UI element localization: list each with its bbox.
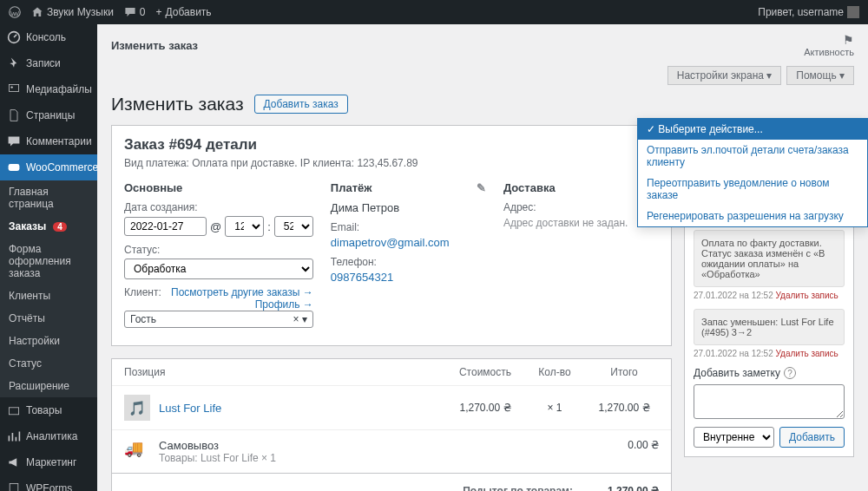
chart-icon (7, 429, 21, 443)
woo-icon (7, 160, 21, 174)
subtotal-label: Подытог по товарам: (463, 485, 573, 491)
add-new[interactable]: + Добавить (156, 6, 212, 18)
profile-link[interactable]: Профиль → (255, 298, 313, 311)
email-link[interactable]: dimapetrov@gmail.com (331, 236, 450, 249)
sidebar-sub-orders[interactable]: Заказы4 (0, 215, 97, 238)
actions-dropdown: Выберите действие... Отправить эл.почтой… (637, 118, 868, 227)
media-icon (7, 82, 21, 96)
sidebar-item-pages[interactable]: Страницы (0, 102, 97, 128)
phone-label: Телефон: (331, 256, 486, 268)
sidebar-item-products[interactable]: Товары (0, 397, 97, 423)
product-link[interactable]: Lust For Life (159, 402, 221, 415)
add-order-button[interactable]: Добавить заказ (254, 95, 348, 114)
add-note-label: Добавить заметку (694, 367, 780, 379)
note-type-select[interactable]: Внутреннее (694, 427, 774, 448)
col-basic-header: Основные (124, 181, 313, 194)
order-items-panel: Позиция Стоимость Кол-во Итого 🎵 Lust Fo… (111, 358, 672, 491)
main-content: Изменить заказ ⚑Активность Настройки экр… (97, 24, 868, 491)
user-greeting[interactable]: Привет, username (758, 6, 859, 18)
sidebar-sub-home[interactable]: Главная страница (0, 180, 97, 215)
status-select[interactable]: Обработка (124, 259, 313, 279)
woo-submenu: Главная страница Заказы4 Форма оформлени… (0, 180, 97, 397)
products-icon (7, 403, 21, 417)
sidebar-sub-status[interactable]: Статус (0, 352, 97, 375)
delete-note-link[interactable]: Удалить запись (776, 291, 838, 300)
add-note-button[interactable]: Добавить (779, 427, 845, 448)
sidebar-item-wpforms[interactable]: WPForms (0, 475, 97, 491)
other-orders-link[interactable]: Посмотреть другие заказы → (171, 286, 313, 298)
ship-total: 0.00 ₴ (589, 439, 659, 451)
order-note: Оплата по факту доставки. Статус заказа … (694, 230, 845, 287)
page-title: Изменить заказ (111, 94, 244, 115)
customer-select[interactable]: Гость× ▾ (124, 311, 313, 328)
page-icon (7, 108, 21, 122)
hdr-item: Позиция (124, 366, 450, 378)
activity-link[interactable]: ⚑Активность (804, 33, 854, 57)
action-option[interactable]: Регенерировать разрешения на загрузку (638, 206, 867, 226)
delete-note-link[interactable]: Удалить запись (776, 349, 838, 358)
order-details-panel: Заказ #694 детали Вид платежа: Оплата пр… (111, 125, 672, 346)
sidebar-item-analytics[interactable]: Аналитика (0, 423, 97, 449)
hour-select[interactable]: 12 (225, 216, 264, 237)
ship-detail: Товары: Lust For Life × 1 (159, 452, 589, 464)
comments-count[interactable]: 0 (124, 6, 146, 18)
note-date: 27.01.2022 на 12:52 (694, 291, 773, 300)
action-option[interactable]: Отправить эл.почтой детали счета/заказа … (638, 140, 867, 173)
item-qty: × 1 (520, 402, 589, 414)
col-ship-header: Доставка (503, 181, 556, 194)
wp-logo[interactable] (9, 6, 21, 18)
sidebar-item-dashboard[interactable]: Консоль (0, 24, 97, 50)
date-input[interactable] (124, 217, 207, 236)
help-icon[interactable]: ? (784, 367, 796, 379)
order-title: Заказ #694 детали (124, 136, 659, 154)
screen-options-button[interactable]: Настройки экрана ▾ (667, 66, 782, 85)
sidebar-sub-customers[interactable]: Клиенты (0, 285, 97, 307)
col-pay-header: Платёж (331, 181, 372, 194)
sidebar-item-media[interactable]: Медиафайлы (0, 76, 97, 102)
form-icon (7, 481, 21, 491)
at-symbol: @ (210, 220, 221, 233)
sidebar-item-woocommerce[interactable]: WooCommerce (0, 154, 97, 180)
note-date: 27.01.2022 на 12:52 (694, 349, 773, 358)
svg-point-3 (10, 86, 12, 88)
sidebar-item-posts[interactable]: Записи (0, 50, 97, 76)
address-label: Адрес: (503, 201, 659, 213)
pin-icon (7, 56, 21, 70)
help-button[interactable]: Помощь ▾ (786, 66, 854, 85)
minute-select[interactable]: 52 (274, 216, 313, 237)
orders-badge: 4 (53, 222, 67, 232)
address-none: Адрес доставки не задан. (503, 217, 628, 229)
admin-bar: Звуки Музыки 0 + Добавить Привет, userna… (0, 0, 868, 24)
action-option[interactable]: Переотправить уведомление о новом заказе (638, 173, 867, 206)
sidebar-sub-settings[interactable]: Настройки (0, 330, 97, 352)
action-option[interactable]: Выберите действие... (638, 119, 867, 140)
item-total: 1,270.00 ₴ (589, 402, 659, 414)
hdr-total: Итого (589, 366, 659, 378)
dashboard-icon (7, 30, 21, 44)
note-textarea[interactable] (694, 384, 845, 419)
sidebar-item-comments[interactable]: Комментарии (0, 128, 97, 154)
admin-sidebar: Консоль Записи Медиафайлы Страницы Комме… (0, 24, 97, 491)
sidebar-sub-checkout[interactable]: Форма оформления заказа (0, 238, 97, 285)
client-label: Клиент: (124, 286, 161, 298)
item-cost: 1,270.00 ₴ (450, 402, 520, 414)
sidebar-item-marketing[interactable]: Маркетинг (0, 449, 97, 475)
truck-icon: 🚚 (124, 439, 150, 460)
sidebar-sub-reports[interactable]: Отчёты (0, 307, 97, 330)
avatar-icon (847, 6, 859, 18)
line-item: 🎵 Lust For Life 1,270.00 ₴ × 1 1,270.00 … (112, 385, 671, 429)
megaphone-icon (7, 455, 21, 469)
subtotal-value: 1,270.00 ₴ (608, 485, 659, 491)
hdr-qty: Кол-во (520, 366, 589, 378)
flag-icon: ⚑ (843, 33, 854, 47)
breadcrumb: Изменить заказ (111, 39, 198, 52)
svg-rect-6 (10, 483, 18, 491)
site-home[interactable]: Звуки Музыки (31, 6, 114, 18)
ship-method: Самовывоз (159, 439, 589, 452)
date-label: Дата создания: (124, 201, 313, 213)
phone-link[interactable]: 0987654321 (331, 271, 393, 284)
svg-rect-5 (9, 408, 18, 415)
order-note: Запас уменьшен: Lust For Life (#495) 3→2 (694, 309, 845, 345)
sidebar-sub-extensions[interactable]: Расширение (0, 375, 97, 397)
edit-billing-icon[interactable]: ✎ (477, 181, 486, 194)
